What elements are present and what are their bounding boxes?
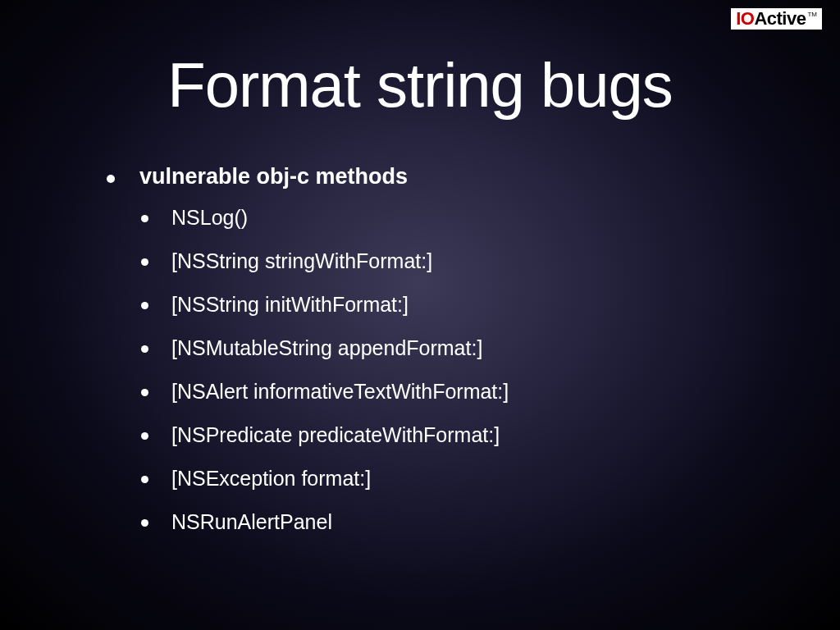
list-item: [NSString initWithFormat:] xyxy=(141,293,509,317)
sub-bullet-text: [NSAlert informativeTextWithFormat:] xyxy=(171,380,509,404)
list-item: NSLog() xyxy=(141,206,509,230)
bullet-icon xyxy=(141,432,148,440)
bullet-icon xyxy=(141,258,148,266)
main-bullet-text: vulnerable obj-c methods xyxy=(139,164,408,189)
list-item: [NSMutableString appendFormat:] xyxy=(141,336,509,360)
sub-bullet-text: NSLog() xyxy=(171,206,248,230)
bullet-icon xyxy=(141,302,148,309)
list-item: [NSException format:] xyxy=(141,467,509,491)
sub-bullet-text: [NSString stringWithFormat:] xyxy=(171,249,432,273)
list-item: NSRunAlertPanel xyxy=(141,510,509,534)
bullet-icon xyxy=(141,519,148,527)
slide-title: Format string bugs xyxy=(0,49,840,121)
sub-bullet-list: NSLog() [NSString stringWithFormat:] [NS… xyxy=(141,206,509,534)
main-bullet: vulnerable obj-c methods xyxy=(107,164,509,189)
sub-bullet-text: [NSException format:] xyxy=(171,467,371,491)
logo-io-text: IO xyxy=(736,10,754,28)
logo-active-text: Active xyxy=(754,10,806,28)
sub-bullet-text: [NSPredicate predicateWithFormat:] xyxy=(171,423,500,447)
brand-logo: IOActiveTM xyxy=(731,8,822,30)
bullet-icon xyxy=(141,389,148,396)
bullet-icon xyxy=(107,175,115,183)
list-item: [NSString stringWithFormat:] xyxy=(141,249,509,273)
bullet-icon xyxy=(141,345,148,353)
sub-bullet-text: NSRunAlertPanel xyxy=(171,510,332,534)
slide-content: vulnerable obj-c methods NSLog() [NSStri… xyxy=(107,164,509,554)
sub-bullet-text: [NSMutableString appendFormat:] xyxy=(171,336,482,360)
logo-tm-text: TM xyxy=(807,11,817,18)
bullet-icon xyxy=(141,476,148,483)
sub-bullet-text: [NSString initWithFormat:] xyxy=(171,293,409,317)
bullet-icon xyxy=(141,215,148,222)
list-item: [NSAlert informativeTextWithFormat:] xyxy=(141,380,509,404)
list-item: [NSPredicate predicateWithFormat:] xyxy=(141,423,509,447)
